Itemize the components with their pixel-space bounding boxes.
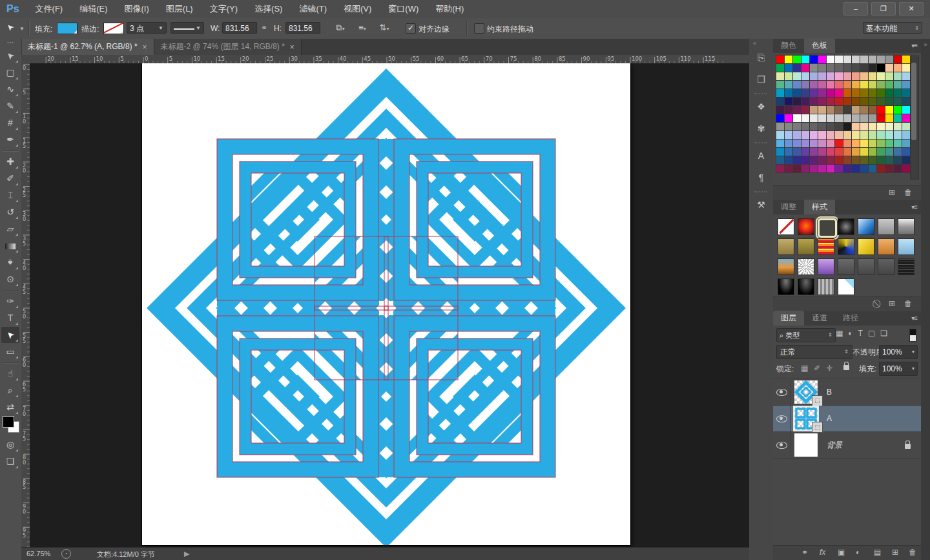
swatch[interactable] [869,72,876,80]
swatch[interactable] [818,114,826,122]
swatch[interactable] [877,64,885,72]
pen-tool[interactable]: ✑ [1,293,19,309]
style-tan[interactable] [778,238,794,255]
style-dark-circles[interactable] [838,218,854,235]
swatch[interactable] [894,165,902,172]
layer-row-A[interactable]: ⬚A [773,406,921,432]
foreground-background-colors[interactable] [3,416,19,433]
menu-i[interactable]: 图像(I) [116,4,158,14]
swatch[interactable] [793,123,801,130]
swatch[interactable] [818,165,826,172]
swatch[interactable] [793,98,801,105]
swatch[interactable] [860,98,868,105]
swatch[interactable] [894,89,902,97]
swatch[interactable] [843,148,851,156]
swatch[interactable] [843,156,851,164]
vertical-ruler[interactable]: 05101520253035404550556065707580859095 [21,63,30,547]
swatch[interactable] [877,98,885,105]
swatch[interactable] [852,148,860,156]
swatch[interactable] [835,148,843,156]
menu-v[interactable]: 视图(V) [335,4,380,14]
menu-f[interactable]: 文件(F) [27,4,72,14]
swatch[interactable] [810,64,818,72]
3d-panel-icon[interactable]: ❒ [752,71,770,88]
swatch[interactable] [877,123,885,130]
style-noise[interactable] [798,258,814,275]
swatch[interactable] [835,156,843,164]
type-tool[interactable]: T [1,310,19,326]
panel-menu-icon[interactable]: ▾≡ [911,203,917,211]
swatch[interactable] [877,81,885,88]
swatch[interactable] [785,148,792,156]
swatch[interactable] [852,89,860,97]
swatch[interactable] [801,106,809,114]
document-tab-1[interactable]: 未标题-1 @ 62.7% (A, RGB/8) *× [21,39,154,55]
swatch[interactable] [793,114,801,122]
swatch[interactable] [843,165,851,172]
swatch[interactable] [869,148,876,156]
swatch[interactable] [843,89,851,97]
minimize-button[interactable]: – [843,2,868,16]
swatch[interactable] [801,156,809,164]
swatch[interactable] [810,123,818,130]
layer-row-背景[interactable]: 背景 [773,432,921,459]
panel-menu-icon[interactable]: ▾≡ [911,315,917,322]
swatch[interactable] [827,165,834,172]
layer-name[interactable]: 背景 [827,440,842,451]
layer-thumbnail[interactable]: ⬚ [794,407,818,430]
swatch[interactable] [852,106,860,114]
swatch[interactable] [801,140,809,147]
horizontal-ruler[interactable]: 2015105051015202530354045505560657075808… [21,55,749,64]
swatch[interactable] [827,56,834,63]
swatch[interactable] [827,123,834,130]
swatch[interactable] [877,72,885,80]
swatch[interactable] [902,64,910,72]
swatch[interactable] [860,81,868,88]
swatch[interactable] [902,81,910,88]
swatch[interactable] [835,72,843,80]
style-red-glow[interactable] [798,218,814,235]
swatch[interactable] [885,98,893,105]
swatch[interactable] [793,131,801,139]
layer-name[interactable]: A [827,414,832,423]
swatch[interactable] [869,165,876,172]
tab-paths[interactable]: 路径 [835,311,866,326]
swatch[interactable] [785,106,792,114]
swatch[interactable] [801,98,809,105]
swatch[interactable] [818,64,826,72]
swatch[interactable] [818,106,826,114]
align-edges-checkbox[interactable]: ✓ [406,23,416,34]
delete-style-button[interactable]: 🗑 [904,299,912,308]
swatch[interactable] [902,165,910,172]
swatch[interactable] [877,165,885,172]
swatch[interactable] [810,114,818,122]
swatch[interactable] [793,72,801,80]
shape-height-input[interactable]: 831.56 [285,22,320,34]
swatch[interactable] [810,156,818,164]
menu-y[interactable]: 文字(Y) [202,4,246,14]
swatch[interactable] [860,106,868,114]
swatch[interactable] [776,89,784,97]
swatch[interactable] [827,156,834,164]
swatch[interactable] [835,64,843,72]
link-layers-icon[interactable]: ⚭ [801,548,808,557]
swatch[interactable] [785,64,792,72]
style-olive[interactable] [798,238,814,255]
swatch[interactable] [843,56,851,63]
swatch[interactable] [801,89,809,97]
swatch[interactable] [843,64,851,72]
swatch[interactable] [827,140,834,147]
screen-mode[interactable]: ❏ [1,453,19,470]
tab-styles[interactable]: 样式 [804,200,835,214]
menu-w[interactable]: 窗口(W) [380,4,427,14]
swatch[interactable] [785,123,792,130]
swatch[interactable] [776,64,784,72]
swatch[interactable] [793,81,801,88]
path-alignment-button[interactable]: ≡▾ [354,21,371,35]
clone-stamp-tool[interactable]: ⌶ [1,187,19,203]
tab-swatches[interactable]: 色板 [804,38,835,53]
style-red-stripes[interactable] [818,238,834,255]
swatch[interactable] [810,165,818,172]
swatch[interactable] [860,64,868,72]
swatch[interactable] [894,140,902,147]
